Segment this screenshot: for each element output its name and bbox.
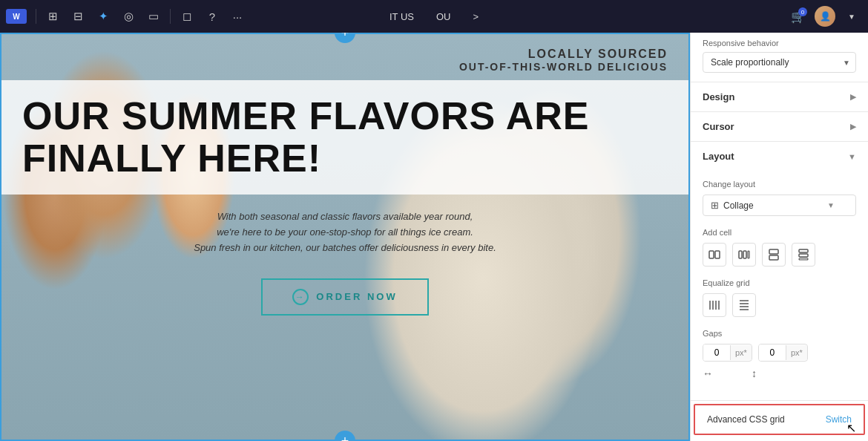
layout-section-title: Layout [703, 151, 734, 162]
collage-select[interactable]: ⊞ Collage ▼ [703, 195, 856, 216]
svg-rect-0 [709, 251, 714, 258]
change-layout-label: Change layout [703, 180, 856, 189]
collage-dropdown-arrow-icon: ▼ [827, 201, 835, 209]
add-cell-bottom-icon[interactable] [792, 243, 815, 267]
add-cell-top-icon[interactable] [762, 243, 786, 267]
hero-section[interactable]: + LOCALLY SOURCED OUT-OF-THIS-WORLD DELI… [0, 33, 690, 441]
design-section-title: Design [703, 91, 734, 102]
cart-badge: 0 [798, 7, 807, 16]
svg-rect-7 [769, 255, 778, 260]
canvas-area: + LOCALLY SOURCED OUT-OF-THIS-WORLD DELI… [0, 33, 690, 441]
gaps-arrows: ↔ ↕ [703, 368, 856, 379]
grid-icon[interactable]: ⊟ [68, 6, 88, 27]
gap-vertical-unit: px* [786, 345, 807, 360]
responsive-behavior-section: Responsive behavior Scale proportionally… [691, 33, 868, 82]
nav-item-2[interactable]: OU [426, 8, 461, 25]
gaps-label: Gaps [703, 329, 856, 338]
account-chevron-icon[interactable]: ▼ [841, 6, 862, 27]
svg-rect-5 [748, 251, 749, 258]
advanced-css-grid-section: Advanced CSS grid Switch [694, 404, 865, 435]
nav-item-1[interactable]: IT US [379, 8, 424, 25]
hero-cta-area: → ORDER NOW [0, 271, 690, 323]
avatar-image: 👤 [815, 6, 835, 27]
order-now-button[interactable]: → ORDER NOW [261, 278, 428, 316]
design-chevron-icon: ▶ [850, 92, 856, 102]
gap-horizontal-arrow-icon: ↔ [703, 368, 713, 379]
gap-vertical-input[interactable] [759, 344, 786, 361]
collage-select-wrapper: ⊞ Collage ▼ [703, 195, 856, 216]
add-cell-label: Add cell [703, 228, 856, 237]
cursor-section: Cursor ▶ [691, 112, 868, 142]
right-panel: Responsive behavior Scale proportionally… [690, 33, 868, 441]
svg-rect-9 [799, 254, 808, 257]
hero-body-line1: With both seasonal and classic flavors a… [22, 209, 668, 225]
collage-label: Collage [723, 200, 754, 211]
chat-icon[interactable]: ◻ [177, 6, 197, 27]
gap-vertical-arrow-icon: ↕ [752, 368, 757, 379]
cursor-section-header[interactable]: Cursor ▶ [691, 112, 868, 141]
hero-body-line2: we're here to be your one-stop-shop for … [22, 225, 668, 241]
cursor-section-title: Cursor [703, 121, 734, 132]
target-icon[interactable]: ◎ [118, 6, 139, 27]
toolbar-nav: IT US OU > [379, 8, 489, 25]
order-btn-arrow-icon: → [292, 289, 309, 305]
add-cell-left-icon[interactable] [703, 243, 726, 267]
logo-text: W [13, 13, 19, 21]
screen-icon[interactable]: ▭ [143, 6, 164, 27]
svg-rect-1 [715, 251, 720, 258]
more-icon[interactable]: ··· [227, 6, 248, 27]
add-cell-right-icon[interactable] [732, 243, 756, 267]
responsive-behavior-select-wrapper: Scale proportionally Stretch Fixed ▼ [703, 52, 856, 73]
hero-headline-box: OUR SUMMER FLAVORS ARE FINALLY HERE! [0, 80, 690, 195]
responsive-section-content: Responsive behavior Scale proportionally… [691, 33, 868, 82]
equalize-grid-label: Equalize grid [703, 278, 856, 287]
layout-section-content: Change layout ⊞ Collage ▼ Add cell [691, 171, 868, 400]
gap-horizontal-input[interactable] [703, 344, 730, 361]
cursor-chevron-icon: ▶ [850, 122, 856, 131]
main-area: + LOCALLY SOURCED OUT-OF-THIS-WORLD DELI… [0, 33, 868, 441]
gap-vertical-group: px* [758, 344, 808, 362]
nav-item-3[interactable]: > [462, 8, 489, 25]
hero-headline: OUR SUMMER FLAVORS ARE FINALLY HERE! [22, 95, 668, 180]
layout-section-header[interactable]: Layout ▼ [691, 142, 868, 171]
help-icon[interactable]: ? [202, 6, 223, 27]
svg-rect-6 [769, 249, 778, 254]
cursor-area: ↖ [691, 438, 868, 441]
svg-rect-3 [739, 251, 742, 258]
gap-horizontal-unit: px* [730, 345, 752, 360]
gaps-row: px* px* [703, 344, 856, 362]
layout-chevron-icon: ▼ [848, 152, 856, 161]
hero-content: LOCALLY SOURCED OUT-OF-THIS-WORLD DELICI… [0, 33, 690, 441]
order-btn-label: ORDER NOW [316, 291, 397, 302]
logo[interactable]: W [6, 9, 27, 24]
svg-rect-10 [799, 258, 808, 260]
collage-icon: ⊞ [711, 200, 719, 211]
equalize-columns-icon[interactable] [703, 293, 726, 317]
toolbar-separator-2 [170, 9, 171, 24]
sparkle-icon[interactable]: ✦ [93, 6, 114, 27]
panels-icon[interactable]: ⊞ [42, 6, 63, 27]
hero-body-text: With both seasonal and classic flavors a… [0, 195, 690, 270]
design-section-header[interactable]: Design ▶ [691, 82, 868, 111]
add-cell-icons [703, 243, 856, 267]
toolbar-separator-1 [36, 9, 36, 24]
layout-section: Layout ▼ Change layout ⊞ Collage ▼ Add c… [691, 142, 868, 401]
responsive-behavior-label: Responsive behavior [703, 39, 856, 48]
equalize-rows-icon[interactable] [732, 293, 756, 317]
design-section: Design ▶ [691, 82, 868, 112]
tagline-line2: OUT-OF-THIS-WORLD DELICIOUS [22, 61, 668, 73]
toolbar: W ⊞ ⊟ ✦ ◎ ▭ ◻ ? ··· IT US OU > 🛒 0 👤 ▼ [0, 0, 868, 33]
advanced-css-label: Advanced CSS grid [707, 414, 785, 425]
svg-rect-4 [743, 251, 746, 258]
avatar[interactable]: 👤 [815, 6, 835, 27]
toolbar-right: 🛒 0 👤 ▼ [788, 6, 862, 27]
gap-horizontal-group: px* [703, 344, 752, 362]
hero-body-line3: Spun fresh in our kitchen, our batches o… [22, 241, 668, 256]
svg-rect-8 [799, 249, 808, 252]
website-preview: + LOCALLY SOURCED OUT-OF-THIS-WORLD DELI… [0, 33, 690, 441]
cursor-pointer-icon: ↖ [846, 421, 856, 435]
cart-icon[interactable]: 🛒 0 [788, 6, 809, 27]
responsive-behavior-select[interactable]: Scale proportionally Stretch Fixed [703, 52, 856, 73]
tagline-line1: LOCALLY SOURCED [22, 48, 668, 61]
equalize-icons [703, 293, 856, 317]
